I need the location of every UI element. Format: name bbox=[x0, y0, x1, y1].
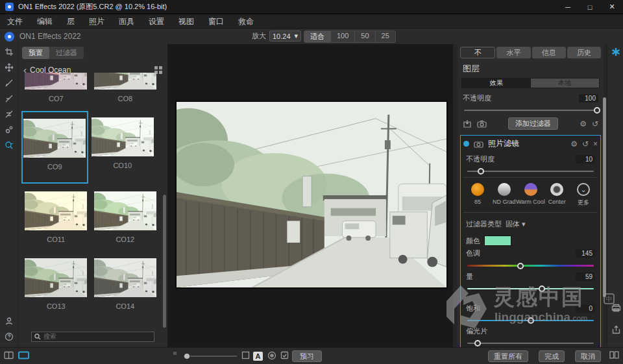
tab-local[interactable]: 本地 bbox=[531, 79, 600, 88]
tab-effects[interactable]: 效果 bbox=[462, 79, 531, 88]
tab-filters[interactable]: 过滤器 bbox=[49, 47, 84, 59]
saturation-value[interactable]: 0 bbox=[576, 304, 595, 313]
reset-all-button[interactable]: 重置所有 bbox=[488, 350, 528, 362]
preset-85[interactable]: 85 bbox=[465, 183, 491, 207]
app-logo-icon bbox=[5, 3, 14, 11]
left-panel-scrollbar[interactable] bbox=[163, 195, 166, 328]
print-icon[interactable] bbox=[611, 302, 621, 313]
saturation-slider[interactable] bbox=[467, 320, 594, 321]
layers-title: 图层 bbox=[463, 63, 601, 75]
preset-more[interactable]: ⌄更多 bbox=[570, 183, 596, 207]
compare-view-icon[interactable] bbox=[609, 351, 619, 359]
filter-type-select[interactable]: 固体 ▾ bbox=[506, 219, 526, 229]
tab-info[interactable]: 信息 bbox=[532, 47, 566, 58]
layer-opacity-value[interactable]: 100 bbox=[579, 94, 598, 103]
thumb-size-small-icon bbox=[173, 351, 177, 356]
maximize-button[interactable]: □ bbox=[579, 0, 601, 14]
minimize-button[interactable]: ─ bbox=[557, 0, 579, 14]
single-view-icon[interactable] bbox=[18, 351, 29, 359]
move-tool[interactable] bbox=[0, 60, 18, 75]
preset-nd-grad[interactable]: ND Grad bbox=[491, 183, 517, 207]
main-photo[interactable] bbox=[175, 101, 448, 289]
zoom-fit-button[interactable]: 适合 bbox=[304, 31, 331, 42]
filter-opacity-value[interactable]: 10 bbox=[576, 155, 595, 164]
preset-thumbnail[interactable]: CO8 bbox=[91, 73, 160, 110]
on1-blue-icon[interactable] bbox=[611, 47, 621, 57]
camera-icon[interactable] bbox=[477, 120, 487, 128]
menu-photo[interactable]: 照片 bbox=[82, 14, 112, 29]
hue-value[interactable]: 145 bbox=[576, 249, 595, 258]
menu-window[interactable]: 窗口 bbox=[201, 14, 231, 29]
preview-button[interactable]: 预习 bbox=[292, 350, 322, 362]
preset-thumbnails: CO7 CO8 CO9 CO10 CO11 CO12 bbox=[21, 73, 160, 325]
done-button[interactable]: 完成 bbox=[539, 350, 565, 362]
zoom-100-button[interactable]: 100 bbox=[331, 31, 355, 42]
thumb-size-slider[interactable] bbox=[184, 356, 237, 357]
amount-label: 量 bbox=[466, 272, 473, 282]
right-panel-scrollbar[interactable] bbox=[603, 97, 606, 297]
brush-tool[interactable] bbox=[0, 75, 18, 91]
soft-proof-icon[interactable] bbox=[280, 351, 289, 359]
crop-tool[interactable] bbox=[0, 44, 18, 60]
zoom-50-button[interactable]: 50 bbox=[355, 31, 375, 42]
close-icon[interactable]: × bbox=[593, 140, 598, 148]
preset-thumbnail[interactable]: CO11 bbox=[21, 191, 91, 250]
polarizer-slider[interactable] bbox=[467, 343, 594, 344]
menu-settings[interactable]: 设置 bbox=[141, 14, 171, 29]
zoom-25-button[interactable]: 25 bbox=[376, 31, 395, 42]
app-header: ON1 Effects 2022 放大 10.24▾ 适合 100 50 25 bbox=[0, 29, 623, 44]
export-icon[interactable] bbox=[611, 324, 621, 335]
help-icon[interactable] bbox=[0, 329, 18, 345]
menu-layer[interactable]: 层 bbox=[60, 14, 82, 29]
view-tool[interactable] bbox=[0, 138, 18, 153]
filter-enabled-toggle[interactable] bbox=[463, 141, 469, 147]
preset-thumbnail[interactable]: CO10 bbox=[88, 117, 158, 183]
color-swatch[interactable] bbox=[484, 236, 511, 246]
tab-none[interactable]: 不 bbox=[460, 47, 495, 58]
menu-view[interactable]: 视图 bbox=[171, 14, 201, 29]
save-preset-icon[interactable] bbox=[463, 119, 472, 128]
filter-opacity-slider[interactable] bbox=[467, 171, 594, 172]
amount-value[interactable]: 59 bbox=[576, 273, 595, 281]
gear-icon[interactable]: ⚙ bbox=[570, 140, 578, 148]
layer-opacity-slider[interactable] bbox=[464, 110, 597, 111]
menu-edit[interactable]: 编辑 bbox=[30, 14, 60, 29]
close-button[interactable]: ✕ bbox=[601, 0, 623, 14]
tab-presets[interactable]: 预置 bbox=[22, 47, 49, 59]
preset-thumbnail[interactable]: CO12 bbox=[91, 191, 160, 250]
zoom-select[interactable]: 10.24▾ bbox=[269, 30, 301, 42]
refine-tool[interactable] bbox=[0, 122, 18, 138]
mask-view-icon[interactable] bbox=[267, 351, 276, 360]
chevron-down-icon: ▾ bbox=[522, 220, 526, 228]
account-icon[interactable] bbox=[0, 313, 18, 329]
menu-file[interactable]: 文件 bbox=[0, 14, 30, 29]
preset-thumbnail[interactable]: CO13 bbox=[21, 258, 91, 317]
annotation-toggle-icon[interactable]: A bbox=[253, 352, 263, 361]
filter-type-label: 过滤器类型 bbox=[466, 219, 502, 229]
hue-slider[interactable] bbox=[467, 265, 594, 267]
amount-slider[interactable] bbox=[467, 288, 594, 289]
tab-history[interactable]: 历史 bbox=[567, 47, 601, 58]
gear-icon[interactable]: ⚙ bbox=[580, 120, 587, 128]
preset-thumbnail[interactable]: CO7 bbox=[21, 73, 91, 110]
search-input[interactable]: 搜索 bbox=[31, 332, 154, 342]
app-name: ON1 Effects 2022 bbox=[19, 32, 81, 41]
chevron-down-icon: ▾ bbox=[295, 32, 299, 40]
cancel-button[interactable]: 取消 bbox=[575, 350, 601, 362]
undo-icon[interactable]: ↺ bbox=[582, 140, 589, 148]
add-filter-button[interactable]: 添加过滤器 bbox=[508, 117, 558, 130]
preset-thumbnail[interactable]: CO14 bbox=[91, 258, 160, 317]
menu-help[interactable]: 救命 bbox=[231, 14, 261, 29]
masking-bug-tool[interactable] bbox=[0, 106, 18, 122]
menu-mask[interactable]: 面具 bbox=[112, 14, 141, 29]
split-view-icon[interactable] bbox=[4, 351, 14, 359]
camera-icon[interactable] bbox=[474, 140, 483, 148]
original-view-icon[interactable] bbox=[241, 351, 250, 359]
preset-thumbnail-selected[interactable]: CO9 bbox=[21, 111, 88, 183]
tab-levels[interactable]: 水平 bbox=[496, 47, 530, 58]
masking-brush-tool[interactable] bbox=[0, 91, 18, 106]
undo-icon[interactable]: ↺ bbox=[592, 120, 598, 128]
preset-center[interactable]: Center bbox=[544, 183, 570, 207]
search-icon bbox=[34, 334, 41, 340]
preset-warm-cool[interactable]: Warm Cool bbox=[518, 183, 544, 207]
